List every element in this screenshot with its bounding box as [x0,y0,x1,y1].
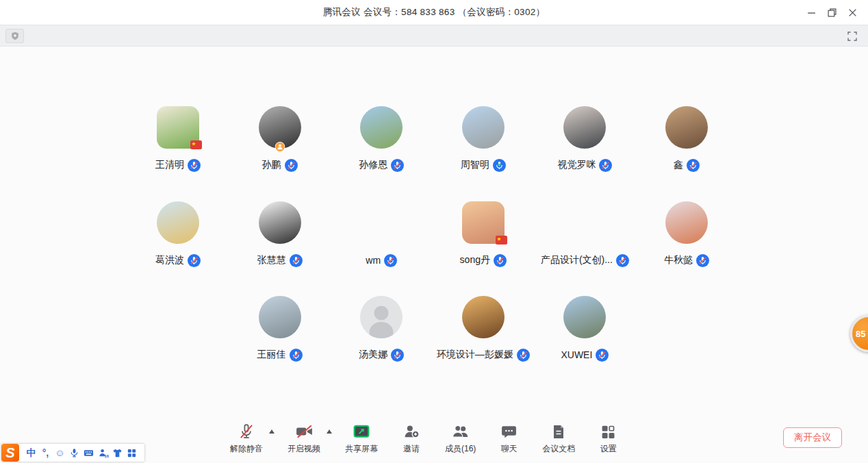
participant-avatar [563,296,606,338]
ime-soft-keyboard-icon[interactable] [81,445,96,460]
close-icon [848,8,857,17]
toolbar-share-screen-label: 共享屏幕 [345,443,378,455]
participant-name: 牛秋懿 [664,254,693,266]
participant-name: 孙鹏 [262,159,281,171]
toolbar-docs-button[interactable]: 会议文档 [542,422,575,455]
participant-tile[interactable]: 周智明 [429,106,538,172]
participant-tile[interactable]: 汤美娜 [327,296,436,362]
participant-name: song丹 [460,254,490,266]
chat-icon [500,422,518,441]
window-title: 腾讯会议 会议号：584 833 863 （会议密码：0302） [323,6,546,18]
ime-emoji-icon[interactable]: ☺ [53,445,67,460]
participant-tile[interactable]: 孙鹏 [225,106,335,172]
participant-name: 产品设计(文创)... [541,254,613,266]
restore-button[interactable] [821,3,842,22]
mic-muted-icon [391,349,404,362]
toolbar-chat-label: 聊天 [501,443,518,455]
close-button[interactable] [842,3,863,22]
participant-name-row: 王清明 [155,158,201,172]
toolbar-settings-label: 设置 [600,443,617,455]
ime-punctuation-icon[interactable]: °, [38,445,53,460]
docs-icon [550,422,567,441]
participant-tile[interactable]: wm [327,201,436,267]
participant-avatar [563,106,606,149]
unmute-options-arrow-icon[interactable] [269,429,275,434]
participant-name: 王丽佳 [257,349,286,361]
mic-muted-icon [188,254,201,267]
participant-tile[interactable]: song丹 [429,201,538,267]
ime-chinese-mode-icon[interactable]: 中 [24,445,38,460]
toolbar-docs-label: 会议文档 [542,443,575,455]
participant-tile[interactable]: 环境设计—彭媛媛 [429,296,538,362]
minimize-button[interactable] [801,3,821,22]
fullscreen-icon [847,31,858,42]
minimize-icon [807,8,816,17]
participant-tile[interactable]: XUWEI [530,296,639,362]
mic-muted-icon [494,254,507,267]
participant-tile[interactable]: 视觉罗咪 [530,106,639,172]
host-badge-icon [275,142,285,152]
toolbar-share-screen-button[interactable]: 共享屏幕 [345,422,378,455]
share-screen-icon [353,422,370,441]
toolbar-members-button[interactable]: 成员(16) [445,422,476,455]
participant-name-row: XUWEI [561,348,609,362]
participant-name: 葛洪波 [155,254,184,266]
participant-name: 王清明 [155,159,184,171]
mic-active-icon [493,159,506,172]
toolbar-invite-label: 邀请 [403,443,420,455]
ime-voice-input-icon[interactable] [67,445,81,460]
toolbar-chat-button[interactable]: 聊天 [500,422,518,455]
ime-toolbox-icon[interactable] [125,445,139,460]
ime-skin-icon[interactable] [110,445,125,460]
mic-muted-icon [596,349,609,362]
toolbar-invite-button[interactable]: 邀请 [403,422,420,455]
mic-muted-icon [517,349,530,362]
mic-muted-icon [616,254,629,267]
participant-tile[interactable]: 葛洪波 [123,201,233,267]
participant-tile[interactable]: 牛秋懿 [632,201,741,267]
participant-name-row: 环境设计—彭媛媛 [437,348,530,362]
fullscreen-button[interactable] [844,28,860,44]
participant-name-row: 王丽佳 [257,348,303,362]
participant-name: 鑫 [674,159,683,171]
toolbar-start-video-label: 开启视频 [288,443,320,455]
participant-tile[interactable]: 产品设计(文创)... [530,201,639,267]
participant-tile[interactable]: 王丽佳 [225,296,335,362]
bottom-toolbar: 解除静音开启视频共享屏幕邀请成员(16)聊天会议文档设置 [230,422,617,455]
toolbar-start-video-button[interactable]: 开启视频 [288,422,320,455]
mic-muted-icon [238,422,255,441]
mic-muted-icon [696,254,709,267]
mic-muted-icon [391,159,404,172]
toolbar-unmute-button[interactable]: 解除静音 [230,422,263,455]
participant-avatar [665,201,708,244]
meeting-security-button[interactable] [5,29,24,43]
mic-muted-icon [384,254,397,267]
mic-muted-icon [290,349,303,362]
participant-avatar [157,201,199,244]
toolbar-settings-button[interactable]: 设置 [600,422,617,455]
participant-tile[interactable]: 孙修恩 [327,106,436,172]
titlebar: 腾讯会议 会议号：584 833 863 （会议密码：0302） [0,0,868,25]
floating-badge[interactable]: 85 [850,315,868,352]
shield-plus-icon [10,31,20,41]
participant-avatar [259,106,301,149]
leave-meeting-button[interactable]: 离开会议 [783,427,842,448]
ime-word-count-icon[interactable]: 16 [96,445,110,460]
participant-tile[interactable]: 王清明 [123,106,233,172]
participant-tile[interactable]: 张慧慧 [225,201,335,267]
participant-name-row: 牛秋懿 [664,253,709,267]
svg-text:16: 16 [104,453,109,458]
window-controls [801,0,863,25]
participant-name-row: 孙鹏 [262,158,298,172]
participant-name: 汤美娜 [359,349,387,361]
sogou-logo-icon[interactable]: S [1,444,19,462]
mic-muted-icon [188,159,201,172]
start-video-options-arrow-icon[interactable] [327,429,332,434]
participant-tile[interactable]: 鑫 [632,106,741,172]
participant-avatar [462,106,505,149]
participant-name: XUWEI [561,349,592,360]
participant-name: 孙修恩 [359,159,387,171]
participant-name: wm [366,255,381,266]
mic-muted-icon [687,159,700,172]
participant-name-row: song丹 [460,253,507,267]
